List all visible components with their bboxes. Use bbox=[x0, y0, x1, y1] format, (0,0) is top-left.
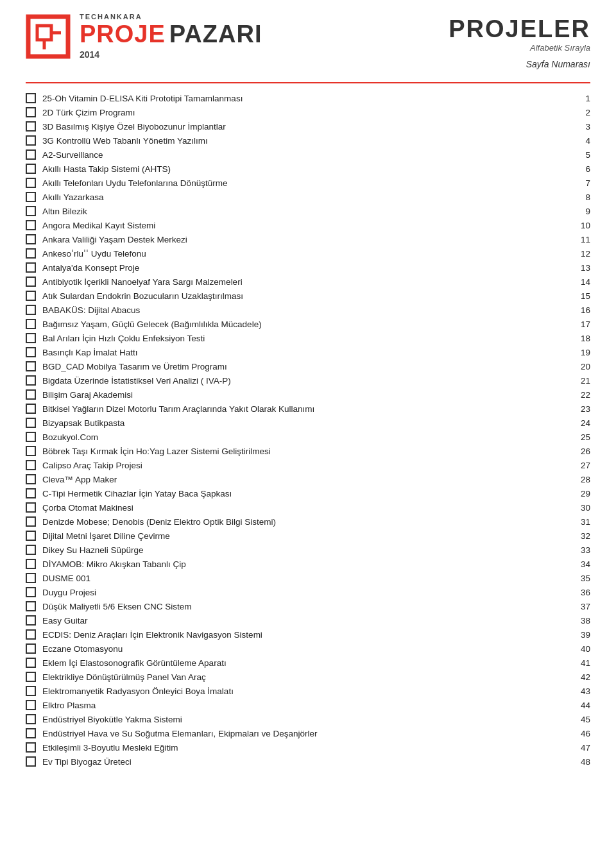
list-item: Akıllı Hasta Takip Sistemi (AHTS)6 bbox=[26, 162, 590, 176]
project-icon bbox=[26, 164, 36, 174]
project-icon bbox=[26, 545, 36, 555]
header-divider bbox=[26, 82, 590, 83]
list-item: BABAKÜS: Dijital Abacus16 bbox=[26, 303, 590, 317]
project-icon bbox=[26, 672, 36, 682]
list-item: Antalya'da Konsept Proje13 bbox=[26, 260, 590, 275]
list-item: Ev Tipi Biyogaz Üreteci48 bbox=[26, 754, 590, 769]
project-name: Denizde Mobese; Denobis (Deniz Elektro O… bbox=[42, 517, 276, 527]
projeler-title: PROJELER bbox=[449, 15, 590, 43]
project-name: Dikey Su Hazneli Süpürge bbox=[42, 545, 144, 555]
list-item: Bigdata Üzerinde İstatistiksel Veri Anal… bbox=[26, 373, 590, 387]
project-name: BGD_CAD Mobilya Tasarım ve Üretim Progra… bbox=[42, 362, 227, 371]
project-icon bbox=[26, 742, 36, 753]
list-item: Çorba Otomat Makinesi30 bbox=[26, 500, 590, 515]
project-icon bbox=[26, 149, 36, 160]
project-name: Elektrikliye Dönüştürülmüş Panel Van Ara… bbox=[42, 672, 206, 682]
project-number: 3 bbox=[571, 122, 590, 132]
project-number: 19 bbox=[571, 348, 590, 357]
project-name: Duygu Projesi bbox=[42, 588, 96, 597]
list-item: 3D Basılmış Kişiye Özel Biyobozunur İmpl… bbox=[26, 119, 590, 133]
project-item-left: Akıllı Hasta Takip Sistemi (AHTS) bbox=[26, 164, 571, 174]
project-number: 26 bbox=[571, 447, 590, 456]
project-name: Antibiyotik İçerikli Nanoelyaf Yara Sarg… bbox=[42, 277, 243, 287]
project-number: 48 bbox=[571, 757, 590, 767]
project-number: 31 bbox=[571, 517, 590, 527]
project-name: Bitkisel Yağların Dizel Motorlu Tarım Ar… bbox=[42, 404, 314, 414]
list-item: Altın Bilezik9 bbox=[26, 204, 590, 218]
list-item: Endüstriyel Hava ve Su Soğutma Elemanlar… bbox=[26, 726, 590, 740]
svg-rect-0 bbox=[28, 17, 68, 56]
project-name: Akıllı Yazarkasa bbox=[42, 192, 104, 202]
project-icon bbox=[26, 728, 36, 738]
project-list: 25-Oh Vitamin D-ELISA Kiti Prototipi Tam… bbox=[26, 91, 590, 769]
project-item-left: Denizde Mobese; Denobis (Deniz Elektro O… bbox=[26, 516, 571, 527]
project-name: C-Tipi Hermetik Cihazlar İçin Yatay Baca… bbox=[42, 489, 232, 498]
project-number: 20 bbox=[571, 362, 590, 371]
project-name: Eklem İçi Elastosonografik Görüntüleme A… bbox=[42, 658, 227, 668]
list-item: Dijital Metni İşaret Diline Çevirme32 bbox=[26, 529, 590, 543]
header: TECHANKARA PROJE PAZARI 2014 PROJELER Al… bbox=[26, 13, 590, 76]
project-icon bbox=[26, 361, 36, 371]
project-icon bbox=[26, 206, 36, 216]
project-icon bbox=[26, 333, 36, 343]
project-icon bbox=[26, 658, 36, 668]
project-icon bbox=[26, 516, 36, 527]
list-item: C-Tipi Hermetik Cihazlar İçin Yatay Baca… bbox=[26, 486, 590, 500]
project-item-left: Böbrek Taşı Kırmak İçin Ho:Yag Lazer Sis… bbox=[26, 446, 571, 456]
project-number: 29 bbox=[571, 489, 590, 498]
project-icon bbox=[26, 248, 36, 259]
list-item: Bağımsız Yaşam, Güçlü Gelecek (Bağımlılı… bbox=[26, 317, 590, 331]
project-icon bbox=[26, 107, 36, 117]
list-item: Bitkisel Yağların Dizel Motorlu Tarım Ar… bbox=[26, 402, 590, 416]
project-name: Angora Medikal Kayıt Sistemi bbox=[42, 221, 155, 230]
project-name: A2-Surveillance bbox=[42, 150, 103, 160]
project-number: 22 bbox=[571, 390, 590, 400]
list-item: Antibiyotik İçerikli Nanoelyaf Yara Sarg… bbox=[26, 275, 590, 289]
project-name: Ankesoˈrluˈˈ Uydu Telefonu bbox=[42, 248, 146, 259]
project-icon bbox=[26, 502, 36, 513]
project-number: 34 bbox=[571, 559, 590, 569]
project-number: 28 bbox=[571, 475, 590, 484]
project-icon bbox=[26, 319, 36, 329]
list-item: Cleva™ App Maker28 bbox=[26, 472, 590, 486]
project-name: Cleva™ App Maker bbox=[42, 475, 117, 484]
project-icon bbox=[26, 389, 36, 400]
project-item-left: Akıllı Yazarkasa bbox=[26, 192, 571, 202]
project-item-left: Çorba Otomat Makinesi bbox=[26, 502, 571, 513]
project-name: Easy Guitar bbox=[42, 616, 88, 626]
project-name: Elektromanyetik Radyasyon Önleyici Boya … bbox=[42, 686, 234, 696]
list-item: Duygu Projesi36 bbox=[26, 585, 590, 599]
project-item-left: 25-Oh Vitamin D-ELISA Kiti Prototipi Tam… bbox=[26, 93, 571, 103]
project-icon bbox=[26, 375, 36, 386]
project-number: 9 bbox=[571, 207, 590, 216]
project-item-left: Duygu Projesi bbox=[26, 587, 571, 597]
svg-rect-1 bbox=[37, 26, 51, 40]
project-icon bbox=[26, 601, 36, 611]
list-item: Basınçlı Kap İmalat Hattı19 bbox=[26, 345, 590, 359]
project-item-left: Easy Guitar bbox=[26, 615, 571, 626]
project-name: Akıllı Telefonları Uydu Telefonlarına Dö… bbox=[42, 178, 227, 188]
project-icon bbox=[26, 714, 36, 724]
project-name: Basınçlı Kap İmalat Hattı bbox=[42, 348, 138, 357]
project-number: 40 bbox=[571, 644, 590, 654]
project-number: 47 bbox=[571, 743, 590, 753]
project-number: 11 bbox=[571, 235, 590, 244]
project-icon bbox=[26, 488, 36, 498]
project-number: 33 bbox=[571, 545, 590, 555]
project-item-left: Endüstriyel Hava ve Su Soğutma Elemanlar… bbox=[26, 728, 571, 738]
logo-icon bbox=[26, 14, 71, 59]
project-icon bbox=[26, 573, 36, 583]
project-icon bbox=[26, 305, 36, 315]
list-item: Easy Guitar38 bbox=[26, 613, 590, 627]
project-name: Eczane Otomasyonu bbox=[42, 644, 123, 654]
project-item-left: Düşük Maliyetli 5/6 Eksen CNC Sistem bbox=[26, 601, 571, 611]
project-name: Elktro Plasma bbox=[42, 701, 96, 710]
project-number: 5 bbox=[571, 150, 590, 160]
list-item: Bal Arıları İçin Hızlı Çoklu Enfeksiyon … bbox=[26, 331, 590, 345]
list-item: 3G Kontrollü Web Tabanlı Yönetim Yazılım… bbox=[26, 133, 590, 148]
project-icon bbox=[26, 686, 36, 696]
project-item-left: Endüstriyel Biyokütle Yakma Sistemi bbox=[26, 714, 571, 724]
page: TECHANKARA PROJE PAZARI 2014 PROJELER Al… bbox=[0, 0, 616, 794]
list-item: 2D Türk Çizim Programı2 bbox=[26, 105, 590, 119]
project-icon bbox=[26, 615, 36, 626]
